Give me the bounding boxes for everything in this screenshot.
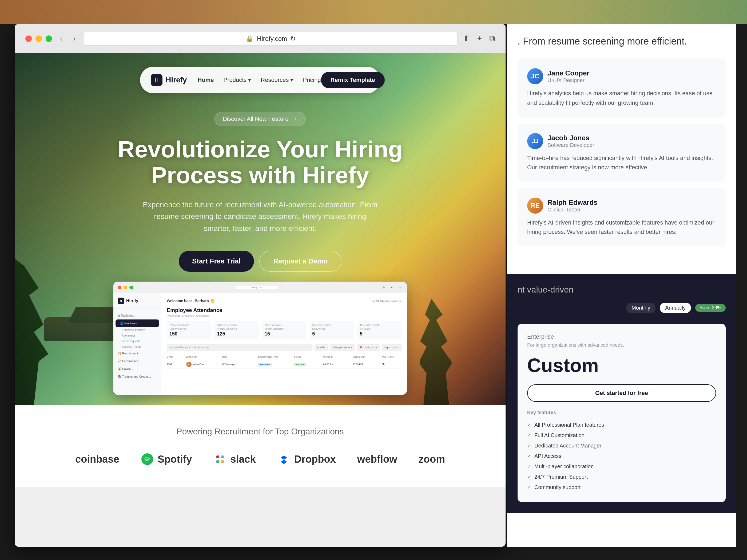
col-employment-type: Employment Type [258,355,290,358]
logo-webflow: webflow [357,454,397,465]
spotify-text: Spotify [158,454,192,465]
browser-window: ‹ › 🔒 Hirefy.com ↻ ⬆ + ⧉ [15,24,506,547]
slack-text: slack [231,454,256,465]
dash-nav-recruitment[interactable]: 📋 Recruitment [113,350,161,357]
nav-logo: H Hirefy [151,74,187,86]
pricing-section: nt value-driven Monthly Annually Save 29… [507,274,736,513]
cell-overtime: 0h [382,363,402,366]
pricing-partial-text: nt value-driven [518,285,726,295]
dash-close [118,286,121,289]
close-button[interactable] [25,35,32,42]
testimonial-role-2: Software Developer [547,142,594,148]
col-order: Order [167,355,183,358]
website-content: H Hirefy Home Products ▾ Resources ▾ Pri… [15,53,506,547]
dash-nav-training[interactable]: 📚 Training and Credits... [113,373,161,380]
enterprise-price: Custom [527,354,716,376]
date-filter[interactable]: 📅 13 Jan, 2024 [357,344,380,351]
feature-text-6: Community support [534,484,581,490]
logo-dropbox: Dropbox [277,453,336,466]
dash-nav-performance[interactable]: 📈 Performance... [113,357,161,365]
testimonial-jacob-jones: JJ Jacob Jones Software Developer Time-t… [518,124,726,182]
back-button[interactable]: ‹ [57,34,65,43]
logo-spotify: Spotify [140,453,192,466]
dash-nav-employee[interactable]: 👤 Employee [115,319,159,327]
remix-template-button[interactable]: Remix Template [321,72,385,88]
minimize-button[interactable] [35,35,42,42]
dash-nav-attendance[interactable]: Attendance [113,333,161,339]
lock-icon: 🔒 [246,35,254,43]
nav-pricing[interactable]: Pricing [303,77,321,83]
nav-products[interactable]: Products ▾ [224,77,251,83]
cell-employment-type: Full-Time [258,363,290,366]
nav-resources[interactable]: Resources ▾ [261,77,293,83]
enterprise-tier: Enterprise [527,334,716,340]
hero-buttons: Start Free Trial Request a Demo [100,251,420,272]
start-free-trial-button[interactable]: Start Free Trial [179,251,254,272]
dash-nav-absence[interactable]: Absence Trends [113,344,161,350]
hero-title-line1: Revolutionize Your Hiring [118,136,402,162]
testimonial-name-3: Ralph Edwards [547,198,598,207]
col-status: Status [294,355,320,358]
col-overtime: Over Time [382,355,402,358]
address-bar[interactable]: 🔒 Hirefy.com ↻ [84,32,458,46]
logo-slack: slack [213,453,256,466]
request-demo-button[interactable]: Request a Demo [259,251,341,272]
zoom-text: zoom [419,454,445,465]
right-panel: . From resume screening more efficient. … [507,24,736,547]
dash-nav-payroll[interactable]: 💰 Payroll... [113,365,161,373]
discover-badge: Discover All New Feature → [214,112,306,126]
testimonial-text-1: Hirefy's analytics help us make smarter … [527,88,716,107]
dash-icon-2: ↗ [389,285,394,290]
filter-button[interactable]: ⚙ Filter [314,344,328,351]
logo-coinbase: coinbase [75,454,119,465]
dash-maximize [129,286,133,289]
dash-table-controls: 🔍 Search by name, role, department... ⚙ … [167,344,402,351]
stat-absent: 5% vs last week Absent Workforce 15 [262,321,306,340]
svg-marker-5 [281,455,287,464]
maximize-button[interactable] [46,35,52,42]
testimonial-info-3: Ralph Edwards Clinical Tester [547,198,598,213]
spotify-icon [140,453,154,466]
cell-status: Present [294,363,320,366]
col-employee: Employee [186,355,219,358]
stat-total-workforce: 10% vs last month Total Workforce 150 [167,321,211,340]
nav-home[interactable]: Home [198,77,214,83]
save-badge: Save 29% [695,304,726,312]
dash-nav-dashboard[interactable]: ⊞ Dashboard [113,312,161,319]
annually-toggle[interactable]: Annually [660,303,691,313]
department-filter[interactable]: All Departments ▾ [330,344,355,351]
dash-nav-directory[interactable]: Employee directory [113,327,161,333]
export-button[interactable]: Export CSV ↓ [382,344,402,351]
enterprise-cta-button[interactable]: Get started for free [527,384,716,402]
status-badge: Present [294,363,306,366]
forward-button[interactable]: › [71,34,78,43]
tabs-icon[interactable]: ⧉ [489,34,495,43]
dash-stats: 10% vs last month Total Workforce 150 10… [167,321,402,340]
feature-text-3: API Access [534,453,561,459]
dash-search[interactable]: 🔍 Search by name, role, department... [167,344,312,351]
testimonial-info-2: Jacob Jones Software Developer [547,134,594,148]
testimonials-section: . From resume screening more efficient. … [507,24,736,264]
feature-text-2: Dedicated Account Manager [534,443,601,449]
share-icon[interactable]: ⬆ [463,34,469,43]
enterprise-description: For large organizations with advanced ne… [527,342,716,348]
add-tab-icon[interactable]: + [477,34,482,43]
logos-section: Powering Recruitment for Top Organizatio… [15,405,506,487]
dash-nav-leave[interactable]: Leave requests [113,339,161,344]
coinbase-text: coinbase [75,454,119,465]
table-row: 1301 AD Asha Doe HR Manager Full-Time [167,360,402,369]
monthly-toggle[interactable]: Monthly [626,303,655,313]
svg-rect-4 [221,460,224,463]
testimonial-ralph-edwards: RE Ralph Edwards Clinical Tester Hirefy'… [518,188,726,246]
testimonial-avatar-1: JC [527,68,543,84]
enterprise-card: Enterprise For large organizations with … [518,324,726,502]
hero-section: H Hirefy Home Products ▾ Resources ▾ Pri… [15,53,506,405]
logo-zoom: zoom [419,454,445,465]
svg-rect-3 [216,460,219,463]
svg-rect-1 [216,455,219,458]
dashboard-chrome: hirefy.com ⚙ ↗ ↻ [113,282,407,293]
badge-text: Discover All New Feature [223,115,289,123]
dropbox-text: Dropbox [294,454,336,465]
feature-0: ✓ All Professional Plan features [527,420,716,430]
cell-checkout: 06:00 PM [353,363,379,366]
